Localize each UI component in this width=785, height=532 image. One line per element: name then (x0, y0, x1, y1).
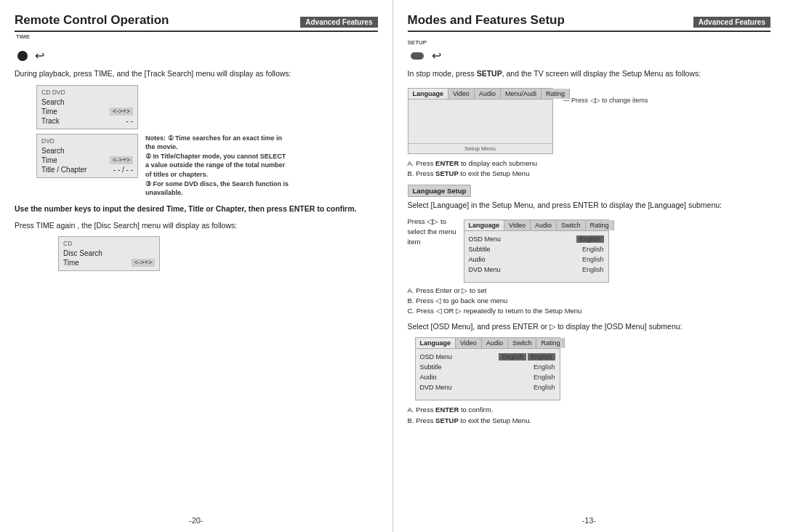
menu-box-2-container: DVD Search Time <->+> Title / Chapter - … (36, 134, 138, 182)
menu-box-3-container: CD Disc Search Time <->+> (58, 236, 378, 271)
dvd-val-3: English (534, 384, 555, 391)
row-dvd-3: DVD MenuEnglish (420, 382, 555, 392)
tab-video-3: Video (456, 338, 482, 348)
time-button-icon (17, 51, 28, 61)
menu-row-2-title-label: Title / Chapter (41, 166, 86, 174)
setup-arrow-icon: ↩ (432, 49, 441, 63)
right-title: Modes and Features Setup (408, 13, 565, 28)
left-page-num: -20- (189, 516, 204, 525)
row-sub-3: SubtitleEnglish (420, 362, 555, 372)
language-setup-label: Language Setup (408, 185, 472, 197)
intro-text: In stop mode, press SETUP, and the TV sc… (408, 68, 771, 79)
intro-1: In stop mode, press (408, 69, 477, 78)
setup-menu2-wrapper: Language Video Audio Switch Rating OSD M… (464, 217, 609, 283)
press-select-text: Press ◁▷ toselect the menuitem (408, 217, 456, 248)
setup-menu1-row: Language Video Audio Menu/Audi Rating Se… (408, 85, 771, 154)
lang-instruction: Select [Language] in the Setup Menu, and… (408, 200, 771, 211)
menu-box-2-label: DVD (41, 137, 133, 145)
right-header: Modes and Features Setup Advanced Featur… (408, 13, 771, 32)
notes-title: Notes: (145, 134, 166, 142)
audio-label-2: Audio (469, 256, 486, 263)
menu-row-3-time-val: <->+> (132, 259, 155, 267)
tab-switch-3: Switch (508, 338, 537, 348)
menu-row-1-search-label: Search (41, 98, 65, 106)
setup-button-icon (411, 52, 424, 60)
tab-switch-2: Switch (557, 220, 586, 230)
menu-row-3-disc-label: Disc Search (63, 249, 102, 257)
osd-label-2: OSD Menu (469, 235, 502, 243)
setup-menu3-wrapper: Language Video Audio Switch Rating OSD M… (415, 337, 771, 400)
audio-val-2: English (582, 256, 604, 263)
setup-menu-3: Language Video Audio Switch Rating OSD M… (415, 337, 560, 400)
menu-box-1-container: CD DVD Search Time <->+> Track - - (36, 85, 378, 129)
row-audio-2: AudioEnglish (469, 254, 604, 265)
ab-notes-1: A. Press ENTER to display each submenu B… (408, 158, 771, 180)
setup-label: SETUP (408, 39, 427, 46)
intro-bold: SETUP (477, 69, 502, 78)
sub-a-1: A. Press ENTER to display each submenu (408, 158, 771, 169)
menu-row-1-track: Track - - (41, 116, 133, 126)
sub-a-3: A. Press ENTER to confirm. (408, 405, 771, 415)
time-arrow-icon: ↩ (35, 49, 44, 63)
instruction1: During playback, press TIME, and the [Tr… (15, 68, 378, 79)
menu-row-1-time: Time <->+> (41, 107, 133, 116)
osd-label-3: OSD Menu (420, 353, 453, 360)
menu-row-2-search: Search (41, 146, 133, 156)
sub-c-2: C. Press ◁ OR ▷ repeatedly to return to … (408, 306, 771, 316)
instruction2: Use the number keys to input the desired… (15, 203, 378, 214)
menu-row-3-time: Time <->+> (63, 258, 155, 267)
setup-menu-2: Language Video Audio Switch Rating OSD M… (464, 219, 609, 283)
intro-2: , and the TV screen will display the Set… (502, 69, 701, 78)
tab-rating-3: Rating (536, 338, 565, 348)
osd-vals-3: English English (499, 353, 555, 360)
menu-row-2-time: Time <->+> (41, 156, 133, 165)
setup-menu2-row: Press ◁▷ toselect the menuitem Language … (408, 217, 771, 283)
left-badge: Advanced Features (300, 17, 377, 28)
row-osd-3: OSD Menu English English (420, 352, 555, 362)
menu-box-2: DVD Search Time <->+> Title / Chapter - … (36, 134, 138, 178)
menu-row-3-time-label: Time (63, 259, 79, 267)
left-header: Remote Control Operation Advanced Featur… (15, 13, 378, 32)
ab-notes-2: A. Press Enter or ▷ to set B. Press ◁ to… (408, 286, 771, 317)
dvd-label-2: DVD Menu (469, 266, 501, 273)
left-panel: Remote Control Operation Advanced Featur… (0, 0, 393, 532)
notes-block: Notes: ① Time searches for an exact time… (145, 134, 291, 198)
setup-menu-1-body (408, 100, 552, 143)
tab-language-2: Language (464, 220, 505, 230)
left-title: Remote Control Operation (15, 13, 169, 28)
menu-box-1: CD DVD Search Time <->+> Track - - (36, 85, 138, 129)
menu-row-1-track-val: - - (126, 117, 133, 125)
menu-row-3-disc: Disc Search (63, 249, 155, 258)
dvd-label-3: DVD Menu (420, 384, 452, 391)
tab-audio-3: Audio (482, 338, 508, 348)
setup-tabs-1: Language Video Audio Menu/Audi Rating (408, 89, 552, 100)
sub-label-3: Subtitle (420, 363, 442, 371)
menu-row-1-search: Search (41, 97, 133, 107)
audio-val-3: English (534, 374, 555, 381)
instruction2-bold: Use the number keys to input the desired… (15, 204, 356, 213)
menu-row-1-time-val: <->+> (110, 108, 133, 116)
audio-label-3: Audio (420, 374, 437, 381)
menu-row-1-time-label: Time (41, 108, 57, 116)
press-note-1: — Press ◁▷ to change items (563, 97, 648, 104)
menu-box-1-label: CD DVD (41, 89, 133, 96)
row-sub-2: SubtitleEnglish (469, 244, 604, 254)
osd-val-3a: English (499, 353, 526, 360)
note-2: ② In Title/Chapter mode, you cannot SELE… (145, 153, 286, 178)
tab-video-1: Video (448, 89, 475, 99)
row-dvd-2: DVD MenuEnglish (469, 265, 604, 275)
time-icon-area: TIME (15, 39, 378, 46)
sub-val-2: English (582, 246, 604, 253)
sub-val-3: English (534, 363, 555, 371)
row-osd-2: OSD MenuEnglish (469, 234, 604, 244)
tab-audio-1: Audio (475, 89, 501, 99)
setup-tabs-2: Language Video Audio Switch Rating (464, 220, 608, 231)
setup-caption-1: Setup Menu (408, 143, 552, 153)
setup-icon-area: SETUP (408, 39, 771, 46)
right-panel: Modes and Features Setup Advanced Featur… (393, 0, 786, 532)
right-page-num: -13- (581, 516, 596, 525)
osd-val-3b: English (528, 353, 555, 360)
menu-row-2-search-label: Search (41, 147, 65, 155)
sub-a-2: A. Press Enter or ▷ to set (408, 286, 771, 296)
menu-row-2-time-val: <->+> (110, 156, 133, 164)
